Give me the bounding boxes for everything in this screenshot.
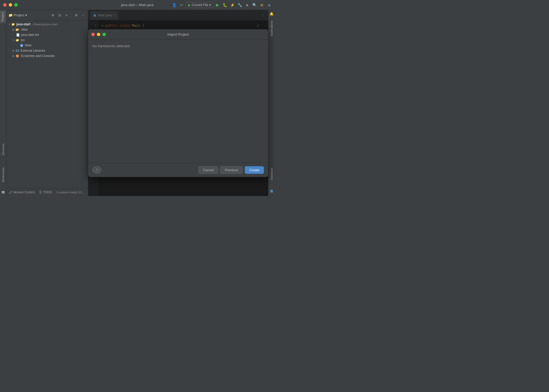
toolbar-separator — [71, 13, 72, 17]
modal-overlay: Import Project No frameworks detected. ?… — [88, 10, 268, 196]
add-content-icon[interactable]: ⊕ — [50, 13, 55, 18]
todo-label: TODO — [43, 190, 52, 194]
stop-button[interactable]: ■ — [244, 2, 250, 8]
run-config-label: Current File — [192, 3, 208, 7]
expand-arrow: ▾ — [7, 22, 11, 26]
root-folder-icon: 📁 — [11, 22, 15, 26]
notifications-sidebar: 🔔 Notifications Database — [268, 10, 274, 196]
search-icon[interactable]: 🔍 — [251, 2, 258, 8]
todo-item[interactable]: ☰ TODO — [39, 190, 52, 194]
version-control-item[interactable]: ⎇ Version Control — [8, 190, 35, 194]
modal-footer-actions: Cancel Previous Create — [198, 166, 264, 174]
run-config-icon: ▶ — [188, 3, 191, 7]
svg-rect-3 — [16, 50, 18, 51]
scratches-expand-arrow: ▶ — [12, 54, 15, 58]
modal-footer: ? Cancel Previous Create — [88, 163, 268, 177]
project-dropdown[interactable]: 📁 Project ▾ — [8, 13, 27, 17]
bottom-bar: ⎇ Version Control ☰ TODO Localized Intel… — [6, 188, 88, 196]
scratches-icon: ✎ — [15, 54, 20, 58]
tree-item-ext-libs[interactable]: ▶ External Libraries — [6, 48, 88, 53]
close-button[interactable] — [3, 3, 7, 7]
tree-item-root[interactable]: ▾ 📁 java-start ~/Desktop/java-start — [6, 22, 88, 27]
modal-minimize-btn[interactable] — [97, 33, 100, 36]
tree-item-scratches[interactable]: ▶ ✎ Scratches and Consoles — [6, 53, 88, 59]
help-button[interactable]: ? — [92, 166, 101, 174]
modal-content: No frameworks detected. — [88, 40, 268, 163]
tree-item-idea[interactable]: ▶ 📂 .idea — [6, 27, 88, 32]
collapse-all-icon[interactable]: ⊟ — [57, 13, 62, 18]
root-name: java-start — [16, 22, 30, 26]
extlib-expand-arrow: ▶ — [12, 49, 15, 52]
main-label: Main — [25, 44, 32, 47]
add-icon[interactable]: ⊕ — [259, 2, 265, 8]
left-sidebar: Project Structure Bookmarks — [0, 10, 6, 196]
notifications-icon[interactable]: 🔔 — [269, 11, 274, 16]
cancel-button[interactable]: Cancel — [198, 166, 218, 174]
modal-window-controls — [91, 33, 106, 36]
iml-label: java-start.iml — [21, 33, 39, 37]
minimize-button[interactable] — [9, 3, 12, 7]
todo-icon: ☰ — [39, 190, 42, 194]
create-button[interactable]: Create — [245, 166, 264, 174]
settings-icon[interactable]: ⚙ — [74, 13, 79, 18]
src-folder-icon: 📁 — [15, 38, 20, 42]
modal-close-btn[interactable] — [91, 33, 95, 36]
modal-titlebar: Import Project — [88, 29, 268, 40]
iml-icon: 📄 — [16, 33, 20, 37]
db-icon[interactable] — [269, 189, 274, 194]
folder-icon: 📁 — [8, 13, 13, 17]
previous-button[interactable]: Previous — [220, 166, 243, 174]
tree-item-src[interactable]: ▾ 📁 src — [6, 37, 88, 43]
debug-button[interactable]: 🐛 — [222, 2, 228, 8]
chevron-down-icon: ▾ — [209, 3, 211, 7]
maximize-button[interactable] — [14, 3, 18, 7]
back-icon[interactable]: ↩ — [178, 2, 185, 8]
svg-text:M: M — [21, 45, 23, 47]
window-title: java-start – Main.java — [121, 3, 154, 7]
tree-item-iml[interactable]: 📄 java-start.iml — [6, 32, 88, 37]
src-label: src — [21, 38, 25, 42]
project-toolbar: 📁 Project ▾ ⊕ ⊟ ≡ ⚙ − — [6, 10, 88, 21]
title-bar-actions: 👤 ↩ ▶ Current File ▾ ▶ 🐛 ⚡ 🔧 ■ 🔍 ⊕ ◈ — [171, 2, 272, 8]
vc-icon: ⎇ — [8, 190, 12, 194]
options-icon[interactable]: ≡ — [64, 13, 69, 18]
idea-folder-icon: 📂 — [15, 27, 20, 32]
status-text: Localized IntelliJ IDEA 2022.2.1 is a... — [56, 191, 86, 194]
bookmark-icon[interactable] — [0, 189, 6, 196]
modal-title: Import Project — [168, 32, 189, 36]
tree-item-main[interactable]: M Main — [6, 43, 88, 48]
notifications-label[interactable]: Notifications — [269, 18, 274, 39]
close-panel-icon[interactable]: − — [81, 13, 86, 18]
import-project-dialog: Import Project No frameworks detected. ?… — [88, 29, 268, 177]
extlib-icon — [15, 49, 20, 53]
svg-text:✎: ✎ — [16, 55, 18, 58]
vc-label: Version Control — [13, 190, 35, 194]
ide-icon[interactable]: ◈ — [266, 2, 272, 8]
structure-label[interactable]: Structure — [1, 141, 6, 157]
no-frameworks-text: No frameworks detected. — [92, 44, 131, 48]
main-layout: Project Structure Bookmarks 📁 Project ▾ … — [0, 10, 274, 196]
project-vert-label[interactable]: Project — [0, 10, 6, 23]
root-path: ~/Desktop/java-start — [31, 23, 57, 26]
extlib-label: External Libraries — [21, 49, 45, 52]
right-panel: M Main.java ✕ ⋮ 1 2 ▶ public class — [88, 10, 268, 196]
modal-maximize-btn[interactable] — [102, 33, 106, 36]
main-java-icon: M — [20, 43, 24, 47]
idea-expand-arrow: ▶ — [12, 28, 15, 31]
window-controls — [3, 3, 18, 7]
file-tree: ▾ 📁 java-start ~/Desktop/java-start ▶ 📂 … — [6, 21, 88, 188]
idea-label: .idea — [21, 28, 27, 31]
more-run-icon[interactable]: 🔧 — [236, 2, 243, 8]
src-expand-arrow: ▾ — [12, 38, 15, 42]
scratches-label: Scratches and Consoles — [21, 54, 55, 58]
title-bar: java-start – Main.java 👤 ↩ ▶ Current Fil… — [0, 0, 274, 10]
bookmarks-label[interactable]: Bookmarks — [1, 165, 6, 184]
database-label[interactable]: Database — [269, 166, 274, 182]
profile-icon[interactable]: 👤 — [171, 2, 177, 8]
coverage-button[interactable]: ⚡ — [229, 2, 235, 8]
project-panel: 📁 Project ▾ ⊕ ⊟ ≡ ⚙ − ▾ 📁 java-start ~/D… — [6, 10, 88, 196]
run-config-dropdown[interactable]: ▶ Current File ▾ — [186, 2, 213, 8]
run-button[interactable]: ▶ — [214, 2, 221, 8]
